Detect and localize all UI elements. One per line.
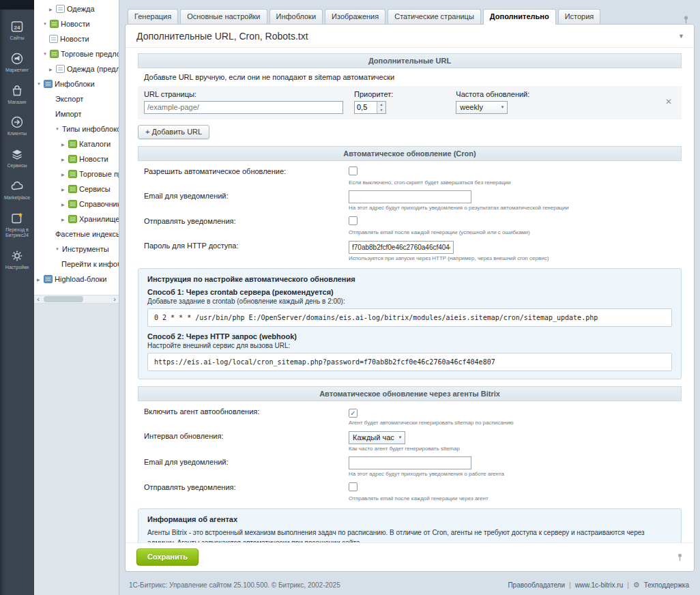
chevron-closed-icon[interactable]: ▶ bbox=[37, 277, 44, 282]
rail-item-bitrix24[interactable]: Переход в Битрикс24 bbox=[0, 207, 34, 245]
infoblock-icon bbox=[68, 140, 77, 148]
tree-item[interactable]: ▶Одежда (предложения) bbox=[34, 61, 119, 76]
tab-infoblocks[interactable]: Инфоблоки bbox=[269, 9, 323, 24]
clients-icon bbox=[10, 115, 24, 129]
bottom-pin-icon[interactable] bbox=[675, 553, 684, 562]
marketing-icon bbox=[10, 52, 24, 66]
tree-item[interactable]: ▶Торговые предложения bbox=[34, 166, 119, 182]
cron-send-notifications-checkbox[interactable] bbox=[349, 216, 358, 225]
chevron-open-icon[interactable]: ▼ bbox=[43, 22, 50, 26]
pin-icon[interactable] bbox=[682, 15, 690, 24]
scroll-thumb[interactable] bbox=[44, 296, 83, 302]
tab-generation[interactable]: Генерация bbox=[128, 9, 178, 24]
cron-email-hint: На этот адрес будут приходить уведомлени… bbox=[349, 205, 682, 212]
spin-up-icon[interactable] bbox=[377, 102, 385, 108]
tree-item[interactable]: Перейти к инфоблоку / bbox=[34, 257, 119, 272]
tree-item[interactable]: ▶Новости bbox=[34, 151, 119, 166]
chevron-closed-icon[interactable]: ▶ bbox=[61, 142, 68, 147]
chevron-open-icon[interactable]: ▼ bbox=[43, 52, 50, 56]
chevron-open-icon[interactable]: ▼ bbox=[55, 127, 62, 131]
tab-images[interactable]: Изображения bbox=[325, 9, 385, 24]
agent-email-input[interactable] bbox=[349, 456, 471, 469]
chevron-closed-icon[interactable]: ▶ bbox=[61, 157, 68, 162]
tree-item[interactable]: Импорт bbox=[34, 106, 119, 121]
tree-item-label: Справочники bbox=[79, 200, 119, 208]
tree-item[interactable]: Фасетные индексы bbox=[34, 227, 119, 242]
scroll-left-arrow[interactable] bbox=[34, 295, 42, 303]
infoblock-icon bbox=[68, 215, 77, 223]
tree-item[interactable]: ▼Новости bbox=[34, 16, 119, 31]
infoblock-icon bbox=[68, 170, 77, 178]
chevron-open-icon[interactable]: ▼ bbox=[37, 82, 44, 86]
rail-item-label: Настройки bbox=[5, 265, 29, 271]
spin-down-icon[interactable] bbox=[377, 107, 385, 113]
priority-input[interactable] bbox=[355, 102, 377, 113]
frequency-field: Частота обновлений: weekly bbox=[456, 90, 529, 114]
rail-item-services[interactable]: Сервисы bbox=[0, 143, 34, 175]
rail-item-clients[interactable]: Клиенты bbox=[0, 111, 34, 143]
tree-item[interactable]: ▶Highload-блоки bbox=[34, 272, 119, 287]
agents-info-title: Информация об агентах bbox=[147, 515, 672, 523]
infoblock-icon bbox=[50, 20, 59, 28]
tree-item-label: Сервисы bbox=[79, 185, 111, 193]
url-page-input[interactable] bbox=[144, 101, 343, 114]
rail-item-marketing[interactable]: Маркетинг bbox=[0, 47, 34, 79]
tree-item[interactable]: ▼Типы инфоблоков bbox=[34, 121, 119, 136]
frequency-select[interactable]: weekly bbox=[456, 101, 508, 114]
tab-main-settings[interactable]: Основные настройки bbox=[180, 9, 267, 24]
tree-item[interactable]: ▶Каталоги bbox=[34, 136, 119, 151]
tree-item[interactable]: ▶Одежда bbox=[34, 1, 119, 16]
tree-item[interactable]: ▶Справочники bbox=[34, 197, 119, 212]
tree-item-label: Экспорт bbox=[55, 95, 83, 103]
copyright-holders-link[interactable]: Правообладатели bbox=[508, 581, 565, 589]
support-link[interactable]: Техподдержка bbox=[644, 581, 689, 589]
tree-horizontal-scrollbar[interactable] bbox=[34, 295, 119, 304]
document-icon bbox=[49, 35, 58, 43]
bitrix-site-link[interactable]: www.1c-bitrix.ru bbox=[575, 581, 624, 589]
tree-item[interactable]: ▶Сервисы bbox=[34, 182, 119, 197]
agent-enable-checkbox[interactable] bbox=[349, 409, 358, 418]
tree-item[interactable]: ▼Торговые предложения bbox=[34, 46, 119, 61]
cron-http-password-input[interactable] bbox=[349, 241, 454, 254]
tree-item-label: Highload-блоки bbox=[55, 275, 107, 283]
add-url-button[interactable]: + Добавить URL bbox=[138, 125, 209, 139]
section-header-cron: Автоматическое обновление (Cron) bbox=[138, 146, 682, 161]
chevron-closed-icon[interactable]: ▶ bbox=[61, 187, 68, 192]
agent-interval-select[interactable]: Каждый час bbox=[349, 431, 405, 444]
section-header-urls: Дополнительные URL bbox=[138, 53, 682, 68]
tree-item-label: Новости bbox=[60, 35, 89, 43]
chevron-closed-icon[interactable]: ▶ bbox=[61, 172, 68, 177]
chevron-closed-icon[interactable]: ▶ bbox=[61, 217, 68, 222]
chevron-open-icon[interactable]: ▼ bbox=[55, 247, 62, 251]
rail-item-marketplace[interactable]: Marketplace bbox=[0, 175, 34, 207]
cron-email-input[interactable] bbox=[349, 190, 471, 203]
rail-item-settings[interactable]: Настройки bbox=[0, 244, 34, 276]
tree-item[interactable]: Экспорт bbox=[34, 91, 119, 106]
chevron-closed-icon[interactable]: ▶ bbox=[49, 7, 56, 12]
crontab-command: 0 2 * * * /usr/bin/php E:/OpenServer/dom… bbox=[147, 308, 672, 327]
remove-url-icon[interactable] bbox=[662, 96, 675, 108]
chevron-closed-icon[interactable]: ▶ bbox=[61, 202, 68, 207]
page-footer: 1С-Битрикс: Управление сайтом 25.100.500… bbox=[119, 576, 700, 595]
rail-item-sites[interactable]: 24Сайты bbox=[0, 15, 34, 47]
tree-item-label: Фасетные индексы bbox=[55, 230, 119, 238]
cron-enable-checkbox[interactable] bbox=[349, 166, 358, 175]
scroll-right-arrow[interactable] bbox=[111, 295, 119, 303]
sites-icon: 24 bbox=[10, 20, 24, 33]
rail-item-shop[interactable]: Магазин bbox=[0, 79, 34, 111]
tab-history[interactable]: История bbox=[558, 9, 601, 24]
chevron-closed-icon[interactable]: ▶ bbox=[49, 67, 56, 72]
priority-spin-buttons[interactable] bbox=[377, 102, 385, 113]
save-button[interactable]: Сохранить bbox=[136, 549, 199, 566]
tree-item[interactable]: ▼Инструменты bbox=[34, 242, 119, 257]
agent-send-notifications-checkbox[interactable] bbox=[349, 482, 358, 491]
collapse-section-icon[interactable] bbox=[678, 33, 684, 40]
tab-additional[interactable]: Дополнительно bbox=[483, 9, 556, 25]
tree-item[interactable]: ▼Инфоблоки bbox=[34, 76, 119, 91]
cron-enable-row: Разрешить автоматическое обновление:Если… bbox=[144, 166, 682, 186]
tree-item[interactable]: Новости bbox=[34, 31, 119, 46]
cron-http-password-hint: Используется при запуске через HTTP (нап… bbox=[349, 255, 682, 262]
scroll-track[interactable] bbox=[42, 296, 111, 302]
tree-item[interactable]: ▶Хранилище данных bbox=[34, 212, 119, 227]
tab-static-pages[interactable]: Статические страницы bbox=[388, 9, 481, 24]
